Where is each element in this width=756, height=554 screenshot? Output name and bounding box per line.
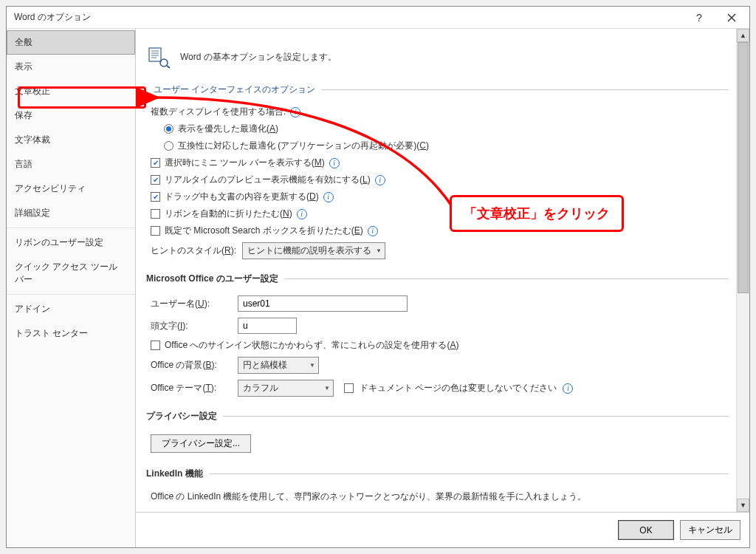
scroll-down-button[interactable]: ▼ xyxy=(737,499,749,512)
section-title-text: プライバシー設定 xyxy=(146,410,217,423)
sidebar-item-general[interactable]: 全般 xyxy=(7,30,135,55)
sidebar-item-ribbon[interactable]: リボンのユーザー設定 xyxy=(7,230,135,255)
info-icon[interactable] xyxy=(297,209,307,219)
annotation-text: 「文章校正」をクリック xyxy=(464,206,610,221)
scroll-track[interactable] xyxy=(737,42,749,499)
hint-style-dropdown[interactable]: ヒントに機能の説明を表示する xyxy=(242,242,385,259)
initials-label: 頭文字(I): xyxy=(151,320,232,332)
info-icon[interactable] xyxy=(375,175,385,185)
settings-icon xyxy=(146,44,173,70)
checkbox-label: 選択時にミニ ツール バーを表示する(M) xyxy=(165,157,325,169)
sidebar-item-label: 文字体裁 xyxy=(15,134,50,145)
section-title-text: Microsoft Office のユーザー設定 xyxy=(146,273,278,285)
svg-rect-2 xyxy=(149,48,161,61)
scroll-up-button[interactable]: ▲ xyxy=(737,29,749,42)
checkbox-label: リアルタイムのプレビュー表示機能を有効にする(L) xyxy=(165,174,371,186)
content-wrap: Word の基本オプションを設定します。 ユーザー インターフェイスのオプション… xyxy=(136,29,749,547)
chk-update-while-drag[interactable]: ドラッグ中も文書の内容を更新する(D) xyxy=(146,188,729,205)
sidebar-item-trustcenter[interactable]: トラスト センター xyxy=(7,321,135,346)
info-icon[interactable] xyxy=(323,192,334,202)
annotation-callout: 「文章校正」をクリック xyxy=(450,195,624,232)
sidebar-item-label: 詳細設定 xyxy=(15,208,50,218)
doc-color-label: ドキュメント ページの色は変更しないでください xyxy=(360,382,557,394)
dropdown-value: カラフル xyxy=(243,382,278,394)
initials-row: 頭文字(I): xyxy=(146,315,729,337)
checkbox-label: 既定で Microsoft Search ボックスを折りたたむ(E) xyxy=(165,225,363,237)
svg-line-8 xyxy=(167,66,170,68)
sidebar-item-label: アクセシビリティ xyxy=(15,183,86,194)
options-dialog: Word のオプション ? 全般 表示 文章校正 保存 文字体裁 言語 アクセシ… xyxy=(6,6,750,548)
radio-icon xyxy=(164,124,173,134)
office-theme-row: Office テーマ(T): カラフル ドキュメント ページの色は変更しないでく… xyxy=(146,377,729,400)
sidebar-item-label: 全般 xyxy=(15,37,32,47)
section-ui-title: ユーザー インターフェイスのオプション xyxy=(154,83,315,96)
chk-collapse-search[interactable]: 既定で Microsoft Search ボックスを折りたたむ(E) xyxy=(146,222,729,239)
sidebar-item-label: クイック アクセス ツール バー xyxy=(15,261,117,284)
window-title: Word のオプション xyxy=(14,11,689,24)
chk-live-preview[interactable]: リアルタイムのプレビュー表示機能を有効にする(L) xyxy=(146,171,729,188)
sidebar-item-display[interactable]: 表示 xyxy=(7,55,135,79)
dropdown-value: ヒントに機能の説明を表示する xyxy=(247,244,371,257)
username-label: ユーザー名(U): xyxy=(151,298,232,310)
sidebar-item-accessibility[interactable]: アクセシビリティ xyxy=(7,177,135,201)
dropdown-value: 円と縞模様 xyxy=(243,359,287,372)
sidebar-item-save[interactable]: 保存 xyxy=(7,103,135,128)
dialog-body: 全般 表示 文章校正 保存 文字体裁 言語 アクセシビリティ 詳細設定 リボンの… xyxy=(7,29,749,547)
ok-button[interactable]: OK xyxy=(618,520,674,540)
office-bg-dropdown[interactable]: 円と縞模様 xyxy=(238,357,319,374)
section-user-header: Microsoft Office のユーザー設定 xyxy=(146,273,729,285)
sidebar-item-label: リボンのユーザー設定 xyxy=(15,237,103,247)
sidebar-item-proofing[interactable]: 文章校正 xyxy=(7,79,135,103)
privacy-settings-button[interactable]: プライバシー設定... xyxy=(151,434,251,453)
username-row: ユーザー名(U): xyxy=(146,293,729,315)
scroll-thumb[interactable] xyxy=(738,42,749,293)
chk-always-use[interactable]: Office へのサインイン状態にかかわらず、常にこれらの設定を使用する(A) xyxy=(146,337,729,354)
sidebar-item-label: アドイン xyxy=(15,304,50,314)
page-header: Word の基本オプションを設定します。 xyxy=(146,44,729,70)
checkbox-icon xyxy=(151,226,160,236)
hint-style-label: ヒントのスタイル(R): xyxy=(151,244,236,257)
username-input[interactable] xyxy=(238,295,408,312)
vertical-scrollbar[interactable]: ▲ ▼ xyxy=(736,29,749,512)
radio-icon xyxy=(164,141,173,151)
checkbox-label: ドラッグ中も文書の内容を更新する(D) xyxy=(165,191,319,203)
svg-point-7 xyxy=(160,59,168,66)
multidisplay-label-row: 複数ディスプレイを使用する場合: xyxy=(146,103,729,120)
office-theme-label: Office テーマ(T): xyxy=(151,382,232,394)
checkbox-icon xyxy=(151,158,160,168)
titlebar-buttons: ? xyxy=(689,10,742,26)
sidebar-item-typography[interactable]: 文字体裁 xyxy=(7,128,135,152)
office-bg-label: Office の背景(B): xyxy=(151,359,232,372)
privacy-btn-row: プライバシー設定... xyxy=(146,430,729,457)
office-theme-dropdown[interactable]: カラフル xyxy=(238,380,334,397)
checkbox-icon xyxy=(151,175,160,185)
sidebar-item-advanced[interactable]: 詳細設定 xyxy=(7,201,135,225)
radio-optimize-display[interactable]: 表示を優先した最適化(A) xyxy=(146,120,729,137)
cancel-button[interactable]: キャンセル xyxy=(680,520,740,540)
content-pane: Word の基本オプションを設定します。 ユーザー インターフェイスのオプション… xyxy=(136,29,749,512)
sidebar-item-qat[interactable]: クイック アクセス ツール バー xyxy=(7,255,135,292)
close-button[interactable] xyxy=(721,10,742,26)
sidebar-item-label: 保存 xyxy=(15,110,32,120)
radio-optimize-compat[interactable]: 互換性に対応した最適化 (アプリケーションの再起動が必要)(C) xyxy=(146,137,729,154)
checkbox-label: リボンを自動的に折りたたむ(N) xyxy=(165,208,292,220)
checkbox-icon xyxy=(151,341,160,350)
help-button[interactable]: ? xyxy=(689,10,709,26)
info-icon[interactable] xyxy=(368,226,378,236)
info-icon[interactable] xyxy=(563,383,573,394)
section-linkedin-header: LinkedIn 機能 xyxy=(146,468,729,480)
chk-mini-toolbar[interactable]: 選択時にミニ ツール バーを表示する(M) xyxy=(146,154,729,171)
linkedin-desc: Office の LinkedIn 機能を使用して、専門家のネットワークとつなが… xyxy=(146,488,729,503)
sidebar-item-label: 言語 xyxy=(15,159,32,169)
hint-style-row: ヒントのスタイル(R): ヒントに機能の説明を表示する xyxy=(146,239,729,262)
initials-input[interactable] xyxy=(238,318,297,334)
chk-collapse-ribbon[interactable]: リボンを自動的に折りたたむ(N) xyxy=(146,205,729,222)
checkbox-label: Office へのサインイン状態にかかわらず、常にこれらの設定を使用する(A) xyxy=(165,339,458,352)
info-icon[interactable] xyxy=(329,158,340,168)
checkbox-icon[interactable] xyxy=(344,383,354,393)
sidebar-item-addins[interactable]: アドイン xyxy=(7,297,135,321)
sidebar-item-language[interactable]: 言語 xyxy=(7,152,135,177)
info-icon[interactable] xyxy=(290,107,300,117)
sidebar-separator xyxy=(7,294,135,295)
checkbox-icon xyxy=(151,209,160,219)
